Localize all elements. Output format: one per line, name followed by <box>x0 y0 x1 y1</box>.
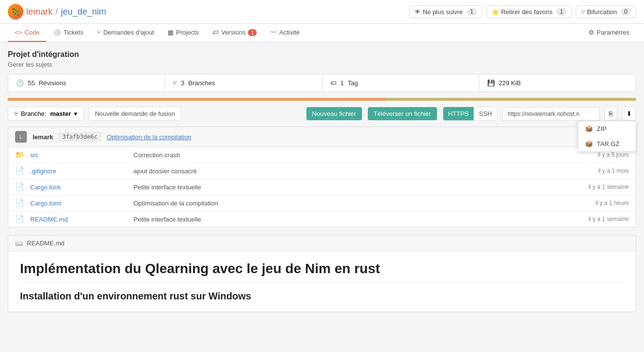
history-icon: 🕐 <box>16 79 24 87</box>
repo-title: 🦎 lemark / jeu_de_nim <box>8 4 106 19</box>
file-icon-cargolock: 📄 <box>15 183 24 191</box>
author-avatar: L <box>15 131 27 143</box>
ticket-icon: ⚪ <box>53 29 61 36</box>
download-dropdown: 📦 ZIP 📦 TAR.GZ <box>578 121 636 152</box>
tab-merge[interactable]: ⑂ Demandes d'ajout <box>90 24 161 42</box>
separator: / <box>56 7 58 17</box>
fork-button[interactable]: ⑂ Bifurcation 0 <box>576 5 636 18</box>
readme-header: 📖 README.md <box>8 236 636 251</box>
branches-count: 3 <box>181 79 184 87</box>
copy-url-button[interactable]: ⎘ <box>605 107 617 121</box>
tab-tickets-label: Tickets <box>63 29 83 36</box>
file-row: 📄 .gitignore ajout dossier consacré il y… <box>8 163 636 179</box>
file-name-gitignore[interactable]: .gitignore <box>30 167 128 175</box>
download-zip[interactable]: 📦 ZIP <box>578 121 636 136</box>
top-bar: 🦎 lemark / jeu_de_nim 👁 Ne plus suivre 1… <box>0 0 644 24</box>
revisions-count: 55 <box>28 79 35 87</box>
file-time-cargotoml: il y a 1 heure <box>570 200 629 206</box>
file-row: 📄 README.md Petite interface textuelle i… <box>8 211 636 227</box>
branches-label: Branches <box>188 79 215 87</box>
tab-projects[interactable]: ▦ Projects <box>161 24 206 42</box>
tab-tickets[interactable]: ⚪ Tickets <box>46 24 90 42</box>
revisions-label: Révisions <box>38 79 66 87</box>
project-header: Projet d'intégration Gérer les sujets <box>8 50 636 68</box>
tab-code[interactable]: <> Code <box>8 24 46 42</box>
database-icon: 💾 <box>487 79 495 87</box>
commit-link-readme[interactable]: Petite interface textuelle <box>133 216 565 223</box>
merge-icon: ⑂ <box>97 29 101 36</box>
commit-link-cargolock[interactable]: Petite interface textuelle <box>133 184 565 191</box>
follow-button[interactable]: 👁 Ne plus suivre 1 <box>409 5 482 18</box>
file-name-readme[interactable]: README.md <box>30 216 128 223</box>
file-icon-cargotoml: 📄 <box>15 199 24 207</box>
chevron-down-icon: ▾ <box>74 110 77 117</box>
author-name[interactable]: lemark <box>33 133 53 141</box>
tab-merge-label: Demandes d'ajout <box>103 29 154 36</box>
readme-heading1: Implémentation du Qlearning avec le jeu … <box>20 261 624 283</box>
commit-link-cargotoml[interactable]: Optimisation de la compilation <box>133 200 565 207</box>
fav-count: 1 <box>556 8 567 16</box>
new-file-button[interactable]: Nouveau fichier <box>306 107 362 120</box>
fav-label: Retirer des favoris <box>501 8 552 16</box>
follow-label: Ne plus suivre <box>423 8 463 16</box>
file-time-cargolock: il y a 1 semaine <box>570 184 629 190</box>
branch-selector[interactable]: ⑂ Branche: master ▾ <box>8 107 84 121</box>
file-row: 📁 src Correction crash il y a 5 jours <box>8 147 636 163</box>
ssh-button[interactable]: SSH <box>474 107 497 120</box>
file-table: L lemark 3fafb3de6c Optimisation de la c… <box>8 127 636 227</box>
stats-bar: 🕐 55 Révisions ⑂ 3 Branches 🏷 1 Tag 💾 22… <box>8 74 636 92</box>
readme-section: 📖 README.md Implémentation du Qlearning … <box>8 235 636 312</box>
action-bar: ⑂ Branche: master ▾ Nouvelle demande de … <box>8 107 636 121</box>
stat-size: 💾 229 KiB <box>479 74 636 92</box>
file-row: 📄 Cargo.toml Optimisation de la compilat… <box>8 195 636 211</box>
branch-icon-small: ⑂ <box>14 110 18 117</box>
project-subtitle: Gérer les sujets <box>8 61 636 68</box>
https-ssh-toggle: HTTPS SSH <box>443 107 497 121</box>
fork-icon: ⑂ <box>581 8 585 16</box>
stat-tags[interactable]: 🏷 1 Tag <box>322 74 479 92</box>
tag-count: 1 <box>341 79 344 87</box>
tab-settings[interactable]: ⚙ Paramètres <box>582 24 636 42</box>
file-name-cargotoml[interactable]: Cargo.toml <box>30 200 128 207</box>
download-targz[interactable]: 📦 TAR.GZ <box>578 136 636 151</box>
tab-activity-label: Activité <box>279 29 300 36</box>
new-merge-button[interactable]: Nouvelle demande de fusion <box>89 107 182 121</box>
tab-activity[interactable]: 〰 Activité <box>264 24 306 42</box>
repo-link[interactable]: jeu_de_nim <box>61 7 106 17</box>
eye-icon: 👁 <box>415 8 421 16</box>
tab-settings-label: Paramètres <box>597 29 629 36</box>
fork-count: 0 <box>621 8 631 16</box>
fav-button[interactable]: ⭐ Retirer des favoris 1 <box>486 5 572 18</box>
file-icon-readme: 📄 <box>15 215 24 223</box>
tab-code-label: Code <box>24 29 39 36</box>
file-icon-gitignore: 📄 <box>15 167 24 175</box>
projects-icon: ▦ <box>168 29 173 36</box>
fork-label: Bifurcation <box>587 8 617 16</box>
commit-link-gitignore[interactable]: ajout dossier consacré <box>133 167 565 175</box>
stat-branches[interactable]: ⑂ 3 Branches <box>165 74 322 92</box>
user-link[interactable]: lemark <box>26 7 53 17</box>
https-button[interactable]: HTTPS <box>443 107 474 120</box>
repo-url-input[interactable] <box>502 107 600 121</box>
targz-icon: 📦 <box>585 140 593 148</box>
nav-tabs: <> Code ⚪ Tickets ⑂ Demandes d'ajout ▦ P… <box>0 24 644 42</box>
download-icon: ⬇ <box>626 110 632 117</box>
targz-label: TAR.GZ <box>597 140 620 148</box>
logo-icon: 🦎 <box>8 4 23 19</box>
size-label: 229 KiB <box>499 79 521 87</box>
download-button[interactable]: ⬇ <box>622 107 636 121</box>
download-container: ⬇ 📦 ZIP 📦 TAR.GZ <box>622 107 636 121</box>
upload-button[interactable]: Téléverser un fichier <box>368 107 437 120</box>
tag-label: Tag <box>348 79 358 87</box>
branch-icon: ⑂ <box>173 79 177 87</box>
file-name-cargolock[interactable]: Cargo.lock <box>30 184 128 191</box>
commit-link-src[interactable]: Correction crash <box>133 151 565 159</box>
copy-icon: ⎘ <box>609 110 613 117</box>
tab-versions[interactable]: 🏷 Versions 1 <box>206 24 264 42</box>
stat-revisions[interactable]: 🕐 55 Révisions <box>8 74 165 92</box>
file-name-src[interactable]: src <box>30 151 128 159</box>
lang-rust <box>8 98 385 101</box>
tag-icon: 🏷 <box>330 79 337 87</box>
commit-message-header[interactable]: Optimisation de la compilation <box>107 133 629 141</box>
commit-hash[interactable]: 3fafb3de6c <box>59 132 101 141</box>
